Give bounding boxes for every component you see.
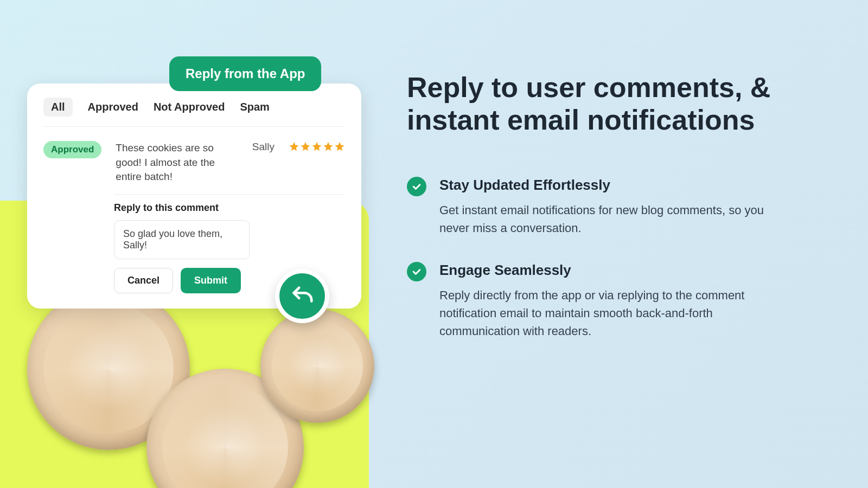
star-icon <box>323 141 334 152</box>
cancel-button[interactable]: Cancel <box>114 268 173 293</box>
rating-stars <box>289 141 345 152</box>
reply-input[interactable]: So glad you love them, Sally! <box>114 220 250 259</box>
feature-title: Stay Updated Effortlessly <box>439 177 787 194</box>
tab-spam[interactable]: Spam <box>240 101 269 113</box>
feature-title: Engage Seamlessly <box>439 262 787 279</box>
reply-from-app-badge: Reply from the App <box>169 56 321 91</box>
headline: Reply to user comments, & instant email … <box>407 72 819 137</box>
star-icon <box>334 141 345 152</box>
check-icon <box>407 177 426 196</box>
feature-desc: Get instant email notifications for new … <box>439 201 787 237</box>
submit-button[interactable]: Submit <box>181 268 241 293</box>
reply-fab[interactable] <box>275 269 329 323</box>
status-badge: Approved <box>43 141 101 158</box>
filter-tabs: All Approved Not Approved Spam <box>43 98 345 127</box>
marketing-copy: Reply to user comments, & instant email … <box>407 72 819 365</box>
check-icon <box>407 262 426 281</box>
feature-item: Engage Seamlessly Reply directly from th… <box>407 262 819 340</box>
comment-row: Approved These cookies are so good! I al… <box>43 127 345 184</box>
star-icon <box>289 141 299 152</box>
reply-title: Reply to this comment <box>114 202 345 214</box>
comment-text: These cookies are so good! I almost ate … <box>116 141 238 184</box>
comment-author: Sally <box>252 141 275 153</box>
reply-arrow-icon <box>290 284 315 309</box>
tab-not-approved[interactable]: Not Approved <box>154 101 225 113</box>
feature-item: Stay Updated Effortlessly Get instant em… <box>407 177 819 237</box>
tab-all[interactable]: All <box>43 98 73 117</box>
tab-approved[interactable]: Approved <box>88 101 138 113</box>
feature-desc: Reply directly from the app or via reply… <box>439 286 787 340</box>
star-icon <box>300 141 311 152</box>
star-icon <box>311 141 322 152</box>
